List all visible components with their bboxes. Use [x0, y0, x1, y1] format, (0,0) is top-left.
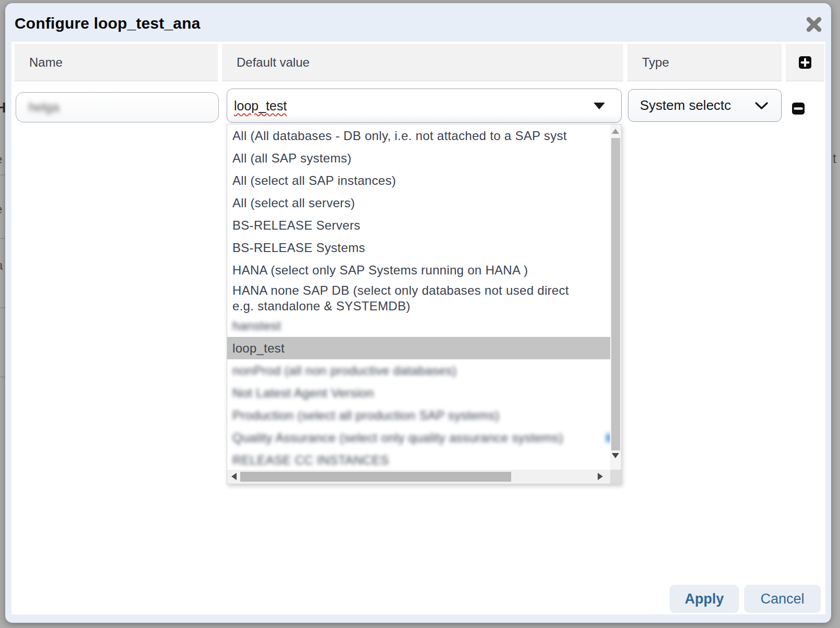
combobox-dropdown-icon[interactable] [594, 103, 605, 109]
dropdown-item[interactable]: HANA none SAP DB (select only databases … [227, 281, 611, 315]
vertical-scrollbar-thumb[interactable] [611, 138, 620, 450]
dropdown-item[interactable]: All (all SAP systems) [227, 147, 611, 169]
dropdown-item[interactable]: HANA (select only SAP Systems running on… [227, 259, 611, 281]
dropdown-item[interactable]: RELEASE CC INSTANCES [227, 449, 611, 470]
dropdown-item[interactable]: All (select all servers) [227, 192, 611, 214]
dropdown-item[interactable]: nonProd (all non productive databases) [227, 359, 611, 382]
horizontal-scrollbar-thumb[interactable] [240, 472, 511, 482]
close-icon [805, 27, 823, 35]
vertical-scrollbar[interactable] [610, 124, 621, 471]
plus-icon [799, 62, 811, 70]
dropdown-item[interactable]: BS-RELEASE Servers [227, 214, 611, 236]
dropdown-list: All (All databases - DB only, i.e. not a… [227, 124, 611, 470]
combobox-value: loop_test [234, 98, 287, 114]
scroll-down-icon[interactable] [612, 453, 619, 458]
column-header-label: Type [642, 55, 669, 70]
type-select[interactable]: System selectc [628, 89, 782, 122]
column-header-type: Type [627, 44, 782, 81]
edge-fragment: e [0, 152, 2, 167]
scroll-right-icon[interactable] [598, 473, 603, 480]
dropdown-item[interactable]: All (select all SAP instances) [227, 169, 611, 192]
horizontal-scrollbar[interactable] [227, 470, 611, 484]
scroll-left-icon[interactable] [231, 473, 237, 480]
column-header-default-value: Default value [222, 44, 623, 81]
dropdown-item[interactable]: All (All databases - DB only, i.e. not a… [227, 124, 611, 147]
blue-artifact [607, 434, 610, 442]
add-row-cell [786, 44, 824, 81]
default-value-combobox[interactable]: loop_test [227, 89, 622, 123]
dropdown-item[interactable]: Not Latest Agent Version [227, 382, 611, 404]
scrollbar-corner [610, 470, 621, 484]
close-button[interactable] [805, 16, 823, 34]
scroll-up-icon[interactable] [612, 129, 619, 134]
dropdown-item[interactable]: loop_test [227, 337, 611, 359]
dropdown-item[interactable]: BS-RELEASE Systems [227, 236, 611, 259]
dropdown-panel: All (All databases - DB only, i.e. not a… [227, 124, 622, 484]
name-input[interactable]: helga [16, 92, 219, 122]
cancel-button[interactable]: Cancel [744, 585, 821, 613]
edge-fragment: a [0, 258, 3, 273]
apply-button[interactable]: Apply [670, 585, 739, 613]
dropdown-item[interactable]: hanstest [227, 315, 611, 337]
column-header-label: Default value [237, 55, 310, 70]
edge-fragment: t [833, 151, 836, 166]
add-row-button[interactable] [799, 56, 811, 69]
minus-icon [792, 108, 805, 116]
dropdown-item[interactable]: Production (select all production SAP sy… [227, 404, 611, 426]
name-input-value: helga [29, 100, 59, 115]
edge-fragment: e [0, 202, 2, 217]
dropdown-item[interactable]: Quality Assurance (select only quality a… [227, 426, 611, 449]
remove-row-button[interactable] [792, 103, 805, 115]
configure-dialog: Configure loop_test_ana Name Default val… [5, 3, 831, 623]
dialog-title: Configure loop_test_ana [15, 15, 200, 32]
column-header-name: Name [15, 44, 218, 81]
column-header-label: Name [29, 55, 63, 70]
type-select-value: System selectc [640, 97, 731, 114]
